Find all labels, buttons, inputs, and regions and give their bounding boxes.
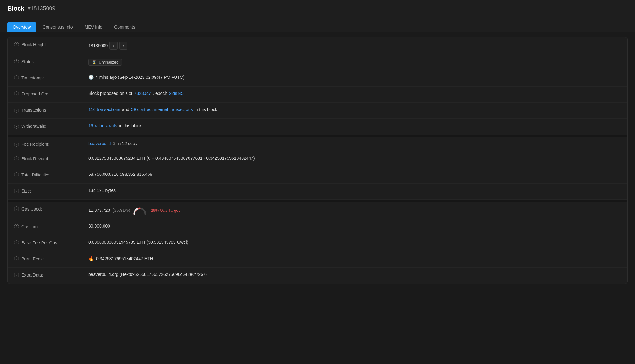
label-proposed-on: ? Proposed On: [14, 91, 88, 96]
help-icon-extra-data[interactable]: ? [14, 273, 19, 277]
value-gas-limit: 30,000,000 [88, 224, 621, 229]
gas-limit-text: 30,000,000 [88, 224, 110, 229]
fee-recipient-suffix: in 12 secs [117, 141, 137, 146]
label-block-height: ? Block Height: [14, 42, 88, 47]
value-burnt-fees: 🔥 0.342531799518402447 ETH [88, 256, 621, 261]
help-icon-gas-used[interactable]: ? [14, 206, 19, 211]
row-status: ? Status: ⌛ Unfinalized [8, 54, 627, 70]
label-size: ? Size: [14, 188, 88, 193]
label-timestamp: ? Timestamp: [14, 75, 88, 80]
value-total-difficulty: 58,750,003,716,598,352,816,469 [88, 172, 621, 177]
block-height-value: 18135009 [88, 43, 108, 48]
label-status: ? Status: [14, 59, 88, 64]
tab-comments[interactable]: Comments [109, 22, 140, 32]
extra-data-text: beaverbuild.org (Hex:0x626561766572​6275… [88, 272, 207, 277]
status-badge: ⌛ Unfinalized [88, 59, 122, 66]
block-info-card: ? Block Height: 18135009 ‹ › ? Status: ⌛… [7, 37, 628, 284]
label-gas-used: ? Gas Used: [14, 206, 88, 211]
row-gas-limit: ? Gas Limit: 30,000,000 [8, 219, 627, 235]
help-icon-withdrawals[interactable]: ? [14, 124, 19, 129]
value-proposed-on: Block proposed on slot 7323047, epoch 22… [88, 91, 621, 96]
row-total-difficulty: ? Total Difficulty: 58,750,003,716,598,3… [8, 167, 627, 184]
epoch-link[interactable]: 228845 [169, 91, 184, 96]
help-icon-block-height[interactable]: ? [14, 42, 19, 47]
help-icon-proposed-on[interactable]: ? [14, 91, 19, 96]
help-icon-transactions[interactable]: ? [14, 108, 19, 113]
fee-recipient-link[interactable]: beaverbuild [88, 141, 111, 146]
label-burnt-fees: ? Burnt Fees: [14, 256, 88, 261]
value-extra-data: beaverbuild.org (Hex:0x626561766572​6275… [88, 272, 621, 277]
timestamp-text: 4 mins ago (Sep-14-2023 02:09:47 PM +UTC… [95, 75, 184, 80]
value-base-fee: 0.000000030931945789 ETH (30.931945789 G… [88, 240, 621, 245]
value-size: 134,121 bytes [88, 188, 621, 193]
row-size: ? Size: 134,121 bytes [8, 184, 627, 200]
help-icon-burnt-fees[interactable]: ? [14, 256, 19, 261]
row-extra-data: ? Extra Data: beaverbuild.org (Hex:0x626… [8, 268, 627, 284]
internal-tx-link[interactable]: 59 contract internal transactions [131, 107, 193, 112]
row-gas-used: ? Gas Used: 11,073,723 (36.91%) -26% Gas… [8, 200, 627, 219]
copy-icon-fee[interactable]: ⧉ [113, 141, 115, 146]
row-fee-recipient: ? Fee Recipient: beaverbuild ⧉ in 12 sec… [8, 135, 627, 151]
value-timestamp: 🕐 4 mins ago (Sep-14-2023 02:09:47 PM +U… [88, 75, 621, 80]
help-icon-timestamp[interactable]: ? [14, 75, 19, 80]
value-withdrawals: 16 withdrawals in this block [88, 123, 621, 128]
label-fee-recipient: ? Fee Recipient: [14, 141, 88, 147]
tab-overview[interactable]: Overview [7, 22, 36, 32]
block-number: #18135009 [27, 5, 55, 12]
proposed-on-middle: , epoch [153, 91, 167, 96]
gas-used-percent: (36.91%) [113, 208, 130, 213]
value-transactions: 116 transactions and 59 contract interna… [88, 107, 621, 112]
tx-and: and [122, 107, 129, 112]
value-status: ⌛ Unfinalized [88, 59, 621, 66]
value-block-height: 18135009 ‹ › [88, 42, 621, 50]
block-reward-text: 0.092275843868675234 ETH (0 + 0.43480764… [88, 156, 255, 161]
row-transactions: ? Transactions: 116 transactions and 59 … [8, 103, 627, 119]
page-header: Block #18135009 [0, 0, 635, 17]
total-difficulty-text: 58,750,003,716,598,352,816,469 [88, 172, 152, 177]
tabs-bar: Overview Consensus Info MEV Info Comment… [0, 17, 635, 32]
tab-mev[interactable]: MEV Info [79, 22, 108, 32]
slot-link[interactable]: 7323047 [134, 91, 151, 96]
row-block-height: ? Block Height: 18135009 ‹ › [8, 37, 627, 54]
help-icon-gas-limit[interactable]: ? [14, 224, 19, 229]
label-block-reward: ? Block Reward: [14, 156, 88, 161]
help-icon-size[interactable]: ? [14, 189, 19, 193]
tx-suffix: in this block [195, 107, 217, 112]
withdrawals-link[interactable]: 16 withdrawals [88, 123, 117, 128]
content-area: ? Block Height: 18135009 ‹ › ? Status: ⌛… [0, 37, 635, 291]
label-withdrawals: ? Withdrawals: [14, 123, 88, 129]
row-proposed-on: ? Proposed On: Block proposed on slot 73… [8, 87, 627, 103]
label-extra-data: ? Extra Data: [14, 272, 88, 277]
gas-gauge-icon [133, 206, 147, 215]
gas-used-amount: 11,073,723 [88, 208, 110, 213]
tab-consensus[interactable]: Consensus Info [37, 22, 78, 32]
unfinalized-icon: ⌛ [92, 60, 97, 64]
help-icon-base-fee[interactable]: ? [14, 240, 19, 245]
help-icon-fee-recipient[interactable]: ? [14, 142, 19, 147]
fire-icon: 🔥 [88, 256, 94, 261]
next-block-btn[interactable]: › [119, 42, 127, 50]
clock-icon: 🕐 [88, 75, 94, 80]
row-timestamp: ? Timestamp: 🕐 4 mins ago (Sep-14-2023 0… [8, 70, 627, 87]
withdrawals-suffix: in this block [119, 123, 142, 128]
label-base-fee: ? Base Fee Per Gas: [14, 240, 88, 245]
row-block-reward: ? Block Reward: 0.092275843868675234 ETH… [8, 151, 627, 167]
value-block-reward: 0.092275843868675234 ETH (0 + 0.43480764… [88, 156, 621, 161]
label-total-difficulty: ? Total Difficulty: [14, 172, 88, 177]
proposed-on-prefix: Block proposed on slot [88, 91, 132, 96]
label-gas-limit: ? Gas Limit: [14, 224, 88, 229]
row-withdrawals: ? Withdrawals: 16 withdrawals in this bl… [8, 119, 627, 135]
page-title: Block [7, 5, 24, 12]
row-base-fee: ? Base Fee Per Gas: 0.000000030931945789… [8, 235, 627, 251]
prev-block-btn[interactable]: ‹ [109, 42, 118, 50]
label-transactions: ? Transactions: [14, 107, 88, 113]
status-text: Unfinalized [99, 60, 118, 64]
row-burnt-fees: ? Burnt Fees: 🔥 0.342531799518402447 ETH [8, 251, 627, 268]
tx-link[interactable]: 116 transactions [88, 107, 120, 112]
burnt-fees-text: 0.342531799518402447 ETH [96, 256, 153, 261]
help-icon-block-reward[interactable]: ? [14, 156, 19, 161]
help-icon-status[interactable]: ? [14, 59, 19, 64]
help-icon-total-difficulty[interactable]: ? [14, 172, 19, 177]
base-fee-text: 0.000000030931945789 ETH (30.931945789 G… [88, 240, 188, 245]
gas-target-text: -26% Gas Target [149, 208, 180, 213]
